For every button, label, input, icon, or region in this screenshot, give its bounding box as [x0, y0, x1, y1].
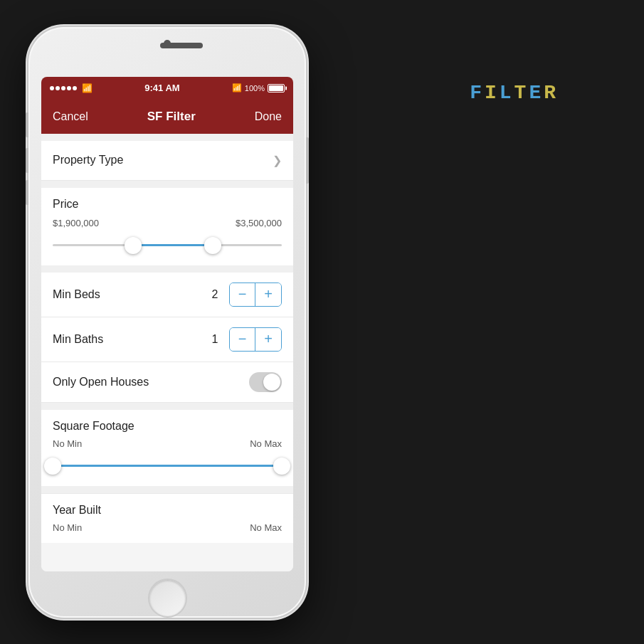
open-houses-toggle[interactable] — [249, 372, 282, 392]
sqft-min-label: No Min — [53, 438, 82, 449]
bluetooth-icon: 📶 — [232, 83, 242, 93]
phone-shell: 📶 9:41 AM 📶 100% Cancel SF Filter Done P… — [28, 27, 306, 618]
price-slider-fill — [133, 244, 213, 246]
battery-percent: 100% — [245, 84, 265, 93]
price-max-value: $3,500,000 — [236, 218, 282, 228]
square-footage-section: Square Footage No Min No Max — [41, 410, 293, 486]
signal-dot-3 — [61, 86, 65, 90]
navigation-bar: Cancel SF Filter Done — [41, 100, 293, 134]
battery-icon — [268, 84, 285, 93]
min-beds-stepper: − + — [229, 283, 282, 307]
signal-dot-4 — [67, 86, 71, 90]
year-max-label: No Max — [250, 522, 282, 533]
separator-4 — [41, 486, 293, 493]
price-min-value: $1,900,000 — [53, 218, 99, 228]
price-slider-thumb-min[interactable] — [125, 237, 142, 254]
sqft-slider-fill — [53, 465, 282, 467]
min-baths-decrement-button[interactable]: − — [230, 328, 255, 351]
open-houses-label: Only Open Houses — [53, 376, 149, 389]
speaker-icon — [160, 43, 203, 48]
separator-3 — [41, 403, 293, 410]
min-baths-row: Min Baths 1 − + — [41, 317, 293, 362]
signal-dot-2 — [56, 86, 60, 90]
screen: 📶 9:41 AM 📶 100% Cancel SF Filter Done P… — [41, 77, 293, 571]
sqft-slider-thumb-min[interactable] — [44, 458, 61, 475]
toggle-knob — [263, 374, 280, 391]
property-type-row[interactable]: Property Type ❯ — [41, 141, 293, 181]
separator-2 — [41, 265, 293, 273]
status-bar: 📶 9:41 AM 📶 100% — [41, 77, 293, 100]
min-beds-controls: 2 − + — [208, 283, 282, 307]
done-button[interactable]: Done — [255, 110, 282, 123]
year-values: No Min No Max — [53, 522, 282, 533]
property-type-label: Property Type — [53, 154, 123, 167]
min-beds-value: 2 — [208, 288, 222, 301]
sqft-slider-thumb-max[interactable] — [273, 458, 290, 475]
status-left: 📶 — [50, 83, 93, 93]
separator-top — [41, 134, 293, 141]
battery-fill — [269, 85, 283, 91]
min-baths-label: Min Baths — [53, 333, 103, 346]
price-section: Price $1,900,000 $3,500,000 — [41, 188, 293, 265]
year-min-label: No Min — [53, 522, 82, 533]
min-baths-controls: 1 − + — [208, 327, 282, 352]
year-built-label: Year Built — [53, 504, 282, 517]
min-baths-stepper: − + — [229, 327, 282, 352]
price-label: Price — [53, 198, 282, 211]
sqft-max-label: No Max — [250, 438, 282, 449]
chevron-right-icon: ❯ — [273, 154, 282, 167]
min-beds-decrement-button[interactable]: − — [230, 283, 255, 306]
min-beds-label: Min Beds — [53, 288, 100, 301]
signal-dot-1 — [50, 86, 54, 90]
signal-dot-5 — [73, 86, 77, 90]
sqft-values: No Min No Max — [53, 438, 282, 449]
status-right: 📶 100% — [232, 83, 285, 93]
min-beds-row: Min Beds 2 − + — [41, 273, 293, 317]
home-button[interactable] — [148, 579, 187, 618]
separator-1 — [41, 181, 293, 188]
min-baths-value: 1 — [208, 333, 222, 346]
price-values: $1,900,000 $3,500,000 — [53, 218, 282, 228]
content-area: Property Type ❯ Price $1,900,000 $3,500,… — [41, 134, 293, 571]
price-slider-thumb-max[interactable] — [204, 237, 221, 254]
min-baths-increment-button[interactable]: + — [255, 328, 281, 351]
signal-dots — [50, 86, 77, 90]
sqft-slider[interactable] — [53, 456, 282, 476]
wifi-icon: 📶 — [82, 83, 93, 93]
min-beds-increment-button[interactable]: + — [255, 283, 281, 306]
year-built-section: Year Built No Min No Max — [41, 493, 293, 543]
open-houses-row[interactable]: Only Open Houses — [41, 362, 293, 403]
price-slider[interactable] — [53, 236, 282, 255]
nav-title: SF Filter — [147, 110, 196, 124]
square-footage-label: Square Footage — [53, 420, 282, 433]
filter-decorative-label: FILTER — [470, 82, 559, 104]
cancel-button[interactable]: Cancel — [53, 110, 88, 123]
status-time: 9:41 AM — [144, 83, 179, 93]
